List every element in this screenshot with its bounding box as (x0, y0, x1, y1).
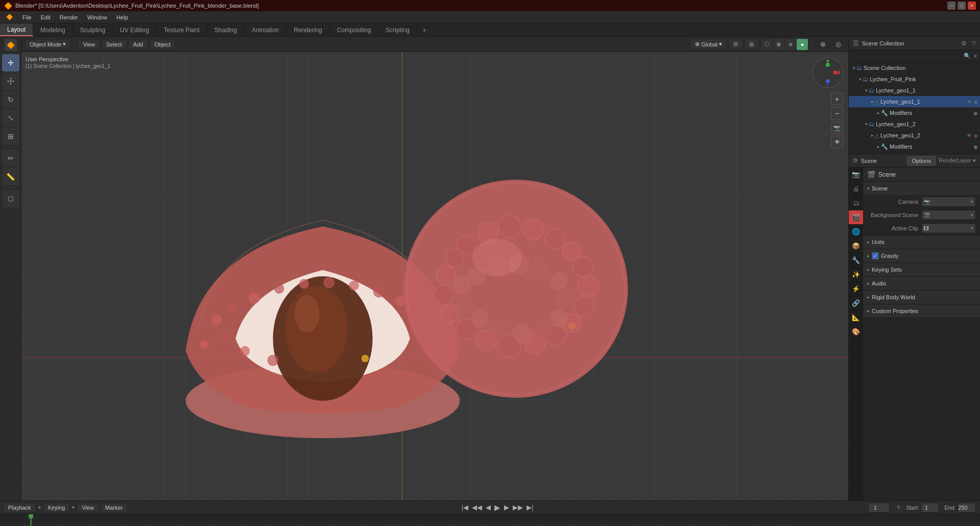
snap-toggle[interactable]: ⊙ (729, 40, 742, 49)
play-btn[interactable]: ▶ (493, 503, 501, 512)
tab-animation[interactable]: Animation (245, 23, 286, 36)
outliner-filter-icon[interactable]: ▽ (972, 40, 976, 46)
end-frame-input[interactable] (958, 503, 976, 513)
scene-section-header[interactable]: ▾ Scene (863, 182, 980, 195)
cursor-tool[interactable]: ✛ (2, 54, 19, 71)
object-menu[interactable]: Object (150, 40, 175, 49)
add-menu[interactable]: Add (129, 40, 148, 49)
menu-blender[interactable]: 🔶 (2, 13, 17, 21)
render-visibility-icon-2[interactable]: ◈ (974, 133, 978, 138)
select-menu[interactable]: Select (102, 40, 126, 49)
outliner[interactable]: ▾ 🗂 Scene Collection ▾ 🗂 Lychee_Fruit_Pi… (849, 62, 980, 154)
rendered-shading-btn[interactable]: ● (797, 39, 808, 50)
viewport[interactable]: Object Mode ▾ View Select Add Object ⊕ G… (21, 37, 848, 500)
view-menu-timeline[interactable]: View (78, 504, 98, 512)
outliner-search-icon[interactable]: 🔍 (963, 52, 972, 60)
proportional-edit[interactable]: ◎ (745, 40, 758, 49)
prop-tab-physics[interactable]: ⚡ (849, 282, 863, 296)
gravity-checkbox[interactable]: ✓ (872, 252, 879, 259)
prop-tab-world[interactable]: 🌐 (849, 225, 863, 239)
menu-help[interactable]: Help (112, 13, 132, 21)
next-frame-btn[interactable]: ▶ (503, 504, 510, 511)
tree-item-modifiers-2[interactable]: ▸ 🔧 Modifiers ◉ (849, 141, 980, 152)
render-layer-btn[interactable]: RenderLayer ▾ (939, 157, 976, 164)
keying-sets-section-header[interactable]: ▸ Keying Sets (863, 263, 980, 276)
prop-tab-modifier[interactable]: 🔧 (849, 253, 863, 268)
prop-tab-scene[interactable]: 🎬 (849, 210, 863, 225)
maximize-button[interactable]: □ (958, 2, 966, 10)
look-through-selected-btn[interactable]: 👁 (831, 136, 843, 148)
tree-item-scene-collection[interactable]: ▾ 🗂 Scene Collection (849, 62, 980, 74)
tab-rendering[interactable]: Rendering (286, 23, 329, 36)
visibility-icon-1[interactable]: 👁 (967, 99, 972, 105)
prop-tab-viewlayer[interactable]: 🗂 (849, 196, 863, 210)
prop-tab-particles[interactable]: ✨ (849, 268, 863, 282)
show-overlays-btn[interactable]: ◎ (832, 38, 844, 51)
keying-menu[interactable]: Keying (44, 504, 69, 512)
prev-frame-btn[interactable]: ◀ (485, 504, 492, 511)
next-keyframe-btn[interactable]: ▶▶ (512, 504, 524, 511)
start-frame-input[interactable] (921, 503, 939, 513)
material-shading-btn[interactable]: ◈ (785, 39, 796, 50)
move-tool[interactable] (2, 73, 19, 90)
menu-edit[interactable]: Edit (37, 13, 55, 21)
prev-keyframe-btn[interactable]: ◀◀ (471, 504, 483, 511)
add-workspace-button[interactable]: + (417, 23, 432, 36)
object-mode-dropdown[interactable]: Object Mode ▾ (26, 40, 70, 49)
prop-tab-render[interactable]: 📷 (849, 168, 863, 182)
custom-properties-section-header[interactable]: ▸ Custom Properties (863, 304, 980, 318)
render-visibility-icon-1[interactable]: ◈ (974, 99, 978, 105)
prop-tab-data[interactable]: 📐 (849, 310, 863, 325)
menu-window[interactable]: Window (83, 13, 111, 21)
measure-tool[interactable]: 📏 (2, 168, 19, 185)
minimize-button[interactable]: ─ (947, 2, 955, 10)
tree-item-lychee-fruit-pink[interactable]: ▾ 🗂 Lychee_Fruit_Pink (849, 74, 980, 85)
tree-item-lychee-geo1-1-col[interactable]: ▾ 🗂 Lychee_geo1_1 (849, 85, 980, 96)
add-primitive-tool[interactable]: ⬡ (2, 190, 19, 207)
tree-item-lychee-geo1-2-col[interactable]: ▾ 🗂 Lychee_geo1_2 (849, 118, 980, 130)
prop-tab-material[interactable]: 🎨 (849, 325, 863, 339)
solid-shading-btn[interactable]: ◉ (773, 39, 784, 50)
close-button[interactable]: ✕ (968, 2, 976, 10)
camera-view-btn[interactable]: 📷 (831, 122, 843, 134)
gravity-section-header[interactable]: ▸ ✓ Gravity (863, 249, 980, 262)
viewport-canvas[interactable]: User Perspective (1) Scene Collection | … (21, 52, 848, 500)
tree-item-lychee-geo1-2-mesh[interactable]: ▸ △ Lychee_geo1_2 👁 ◈ (849, 130, 980, 141)
units-section-header[interactable]: ▸ Units (863, 235, 980, 249)
marker-menu[interactable]: Marker (101, 504, 127, 512)
jump-start-btn[interactable]: |◀ (461, 504, 469, 511)
blender-menu-icon[interactable]: 🔶 (5, 39, 17, 51)
outliner-options-icon[interactable]: ⚙ (961, 40, 967, 47)
prop-tab-constraints[interactable]: 🔗 (849, 296, 863, 310)
navigation-gizmo[interactable]: X Y Z (812, 57, 843, 88)
prop-tab-object[interactable]: 📦 (849, 239, 863, 253)
scale-tool[interactable]: ⤡ (2, 109, 19, 127)
rotate-tool[interactable]: ↻ (2, 91, 19, 108)
tab-modeling[interactable]: Modeling (33, 23, 73, 36)
zoom-in-btn[interactable]: + (831, 93, 843, 105)
view-menu[interactable]: View (79, 40, 99, 49)
tab-uv-editing[interactable]: UV Editing (113, 23, 157, 36)
timeline-ruler[interactable]: 1 50 100 150 200 250 (0, 514, 980, 526)
gizmo-circle[interactable]: X Y Z (812, 57, 843, 88)
tab-compositing[interactable]: Compositing (330, 23, 379, 36)
bg-scene-picker[interactable]: 🎬 ▾ (921, 210, 976, 220)
zoom-out-btn[interactable]: − (831, 107, 843, 119)
audio-section-header[interactable]: ▸ Audio (863, 277, 980, 290)
tree-item-modifiers-1[interactable]: ▸ 🔧 Modifiers ◉ (849, 107, 980, 118)
tree-item-lychee-geo1-1-mesh[interactable]: ▸ △ Lychee_geo1_1 👁 ◈ (849, 96, 980, 107)
jump-end-btn[interactable]: ▶| (525, 504, 534, 511)
rigid-body-world-section-header[interactable]: ▸ Rigid Body World (863, 291, 980, 304)
tab-shading[interactable]: Shading (207, 23, 245, 36)
visibility-icon-mod-1[interactable]: ◉ (973, 110, 978, 116)
options-btn[interactable]: Options (907, 156, 936, 165)
outliner-filter-options-icon[interactable]: ≡ (973, 52, 978, 60)
transform-pivot-dropdown[interactable]: ⊕ Global ▾ (691, 40, 726, 49)
transform-tool[interactable]: ⊞ (2, 128, 19, 145)
annotate-tool[interactable]: ✏ (2, 150, 19, 167)
tab-scripting[interactable]: Scripting (378, 23, 417, 36)
show-gizmo-btn[interactable]: ⊕ (817, 38, 829, 51)
playback-menu[interactable]: Playback (4, 504, 35, 512)
tab-texture-paint[interactable]: Texture Paint (157, 23, 207, 36)
active-clip-picker[interactable]: 🎞 ▾ (921, 223, 976, 233)
